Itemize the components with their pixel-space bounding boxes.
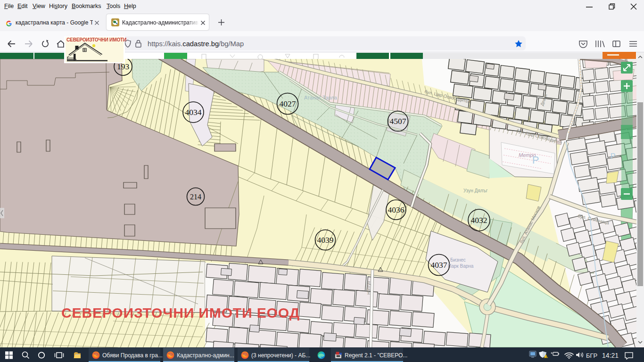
svg-text:Узун Дялъг: Узун Дялъг: [463, 188, 488, 193]
svg-text:4036: 4036: [388, 205, 405, 214]
svg-text:P: P: [532, 154, 539, 166]
svg-text:4027: 4027: [280, 99, 296, 108]
svg-text:4034: 4034: [185, 107, 202, 117]
svg-text:P: P: [611, 152, 616, 160]
svg-text:193: 193: [117, 62, 130, 71]
svg-text:Бизнес: Бизнес: [450, 257, 466, 263]
svg-text:Парк Варна: Парк Варна: [448, 263, 474, 269]
svg-text:Атанас Тарла: Атанас Тарла: [304, 95, 337, 100]
svg-text:214: 214: [190, 193, 201, 201]
svg-text:Нептун: Нептун: [366, 281, 371, 295]
svg-text:4039: 4039: [317, 235, 334, 245]
svg-text:4507: 4507: [390, 116, 406, 126]
svg-text:4037: 4037: [431, 260, 447, 270]
svg-text:4032: 4032: [471, 215, 487, 225]
svg-text:СЕВЕРОИЗТОЧНИ ИМОТИ ЕООД: СЕВЕРОИЗТОЧНИ ИМОТИ ЕООД: [61, 305, 299, 321]
